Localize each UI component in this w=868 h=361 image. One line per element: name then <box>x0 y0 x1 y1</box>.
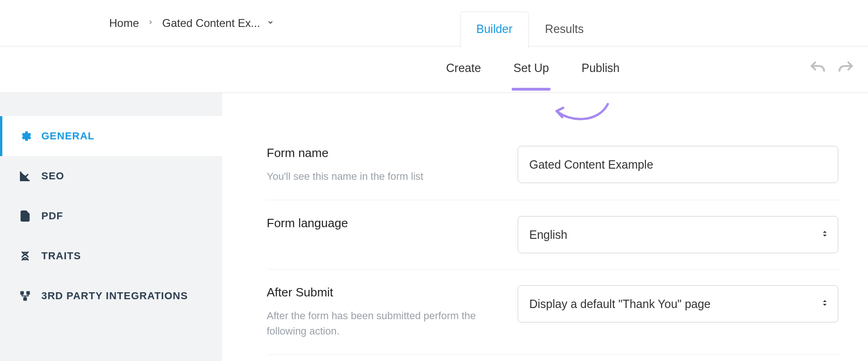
settings-sidebar: GENERAL SEO PDF PDF TRAITS 3RD PARTY INT… <box>0 93 222 361</box>
undo-icon[interactable] <box>809 60 826 79</box>
after-submit-hint: After the form has been submitted perfor… <box>267 308 499 339</box>
integrations-icon <box>19 290 31 302</box>
undo-redo-group <box>809 60 854 79</box>
form-language-select[interactable]: English <box>518 216 838 253</box>
chevron-down-icon[interactable] <box>267 19 274 27</box>
pdf-file-icon: PDF <box>19 210 31 222</box>
row-after-submit: After Submit After the form has been sub… <box>267 269 840 355</box>
svg-rect-1 <box>20 291 24 295</box>
breadcrumb-home[interactable]: Home <box>109 17 139 30</box>
row-form-name: Form name You'll see this name in the fo… <box>267 130 840 200</box>
settings-content: Form name You'll see this name in the fo… <box>222 93 868 361</box>
svg-text:PDF: PDF <box>22 216 30 219</box>
form-name-input[interactable] <box>518 146 838 183</box>
form-language-label: Form language <box>267 216 499 230</box>
sidebar-item-traits[interactable]: TRAITS <box>0 236 222 276</box>
tab-builder[interactable]: Builder <box>460 12 529 48</box>
breadcrumb-current[interactable]: Gated Content Ex... <box>162 17 260 30</box>
sidebar-item-label: 3RD PARTY INTEGRATIONS <box>41 290 188 302</box>
app-header: Home Gated Content Ex... Builder Results <box>0 0 868 46</box>
breadcrumb: Home Gated Content Ex... <box>109 0 274 46</box>
page-body: GENERAL SEO PDF PDF TRAITS 3RD PARTY INT… <box>0 93 868 361</box>
main-tabs: Builder Results <box>460 11 600 48</box>
redo-icon[interactable] <box>837 60 854 79</box>
annotation-arrow-icon <box>547 99 612 127</box>
after-submit-select[interactable]: Display a default "Thank You" page <box>518 285 838 322</box>
form-name-label: Form name <box>267 146 499 160</box>
sidebar-item-label: SEO <box>41 170 64 182</box>
chevron-right-icon <box>147 18 154 28</box>
row-form-language: Form language English <box>267 200 840 269</box>
sidebar-item-label: PDF <box>41 210 63 222</box>
secondary-nav: Create Set Up Publish <box>0 46 868 93</box>
tab-results[interactable]: Results <box>529 12 600 48</box>
dna-icon <box>19 250 31 262</box>
gear-icon <box>19 130 31 142</box>
chart-line-icon <box>19 170 31 182</box>
sidebar-item-seo[interactable]: SEO <box>0 156 222 196</box>
sidebar-item-general[interactable]: GENERAL <box>0 116 222 156</box>
sidebar-item-pdf[interactable]: PDF PDF <box>0 196 222 236</box>
after-submit-label: After Submit <box>267 285 499 300</box>
sidebar-item-integrations[interactable]: 3RD PARTY INTEGRATIONS <box>0 276 222 316</box>
svg-rect-2 <box>26 291 30 295</box>
form-name-hint: You'll see this name in the form list <box>267 169 499 184</box>
sidebar-item-label: GENERAL <box>41 130 95 142</box>
sidebar-item-label: TRAITS <box>41 250 81 262</box>
secnav-setup[interactable]: Set Up <box>513 61 549 78</box>
secnav-publish[interactable]: Publish <box>581 61 619 78</box>
svg-rect-3 <box>24 297 27 301</box>
secnav-create[interactable]: Create <box>446 61 481 78</box>
